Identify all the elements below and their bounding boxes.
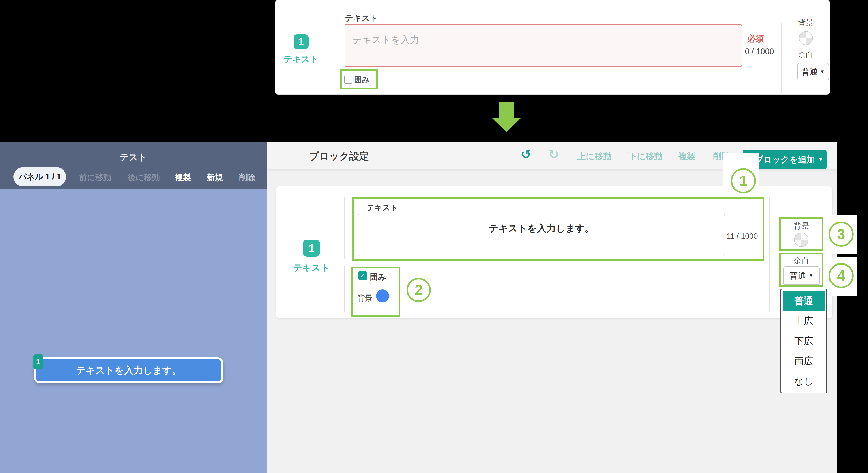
top-block-panel: 1 テキスト テキスト テキストを入力 必須 0 / 1000 背景 余白 普通…	[275, 0, 830, 94]
divider	[344, 198, 345, 259]
toolbar-move-down[interactable]: 下に移動	[623, 151, 668, 162]
highlight-box-side-background: 背景	[779, 217, 824, 251]
block-card: 1 テキスト テキスト テキストを入力します。 11 / 1000 ✓ 囲み 背…	[276, 186, 833, 319]
field-label: テキスト	[345, 13, 378, 24]
background-color-swatch[interactable]	[376, 290, 389, 302]
margin-label: 余白	[781, 256, 822, 266]
screenshot-stage: 1 テキスト テキスト テキストを入力 必須 0 / 1000 背景 余白 普通…	[0, 0, 868, 473]
divider	[344, 266, 345, 312]
divider	[781, 23, 782, 93]
preview-block[interactable]: テキストを入力します。	[34, 357, 223, 383]
kakomi-checkbox[interactable]	[344, 76, 352, 84]
sidebar-action-move-back[interactable]: 後に移動	[125, 172, 163, 183]
dropdown-option-shitahiro[interactable]: 下広	[783, 331, 825, 351]
text-input-placeholder: テキストを入力	[352, 34, 419, 46]
background-label: 背景	[781, 221, 822, 231]
divider	[331, 23, 331, 93]
text-input-value: テキストを入力します。	[358, 222, 725, 235]
margin-label: 余白	[790, 50, 822, 60]
highlight-box-text-field: テキスト テキストを入力します。 11 / 1000	[352, 197, 764, 261]
dropdown-option-futsuu[interactable]: 普通	[783, 291, 825, 311]
annotation-2-circle: 2	[407, 278, 431, 302]
preview-block-text: テキストを入力します。	[76, 364, 181, 377]
sidebar-title: テスト	[0, 151, 267, 164]
text-input[interactable]: テキストを入力	[345, 24, 742, 67]
block-type-label: テキスト	[289, 262, 334, 274]
sidebar-action-delete[interactable]: 削除	[236, 172, 258, 183]
field-label: テキスト	[367, 203, 398, 213]
annotation-1-circle: 1	[731, 168, 756, 194]
editor-header-title: ブロック設定	[309, 150, 369, 163]
sidebar-action-move-front[interactable]: 前に移動	[76, 172, 114, 183]
sidebar-action-duplicate[interactable]: 複製	[172, 172, 194, 183]
kakomi-checkbox-checked[interactable]: ✓	[358, 271, 367, 280]
highlight-box-side-margin: 余白 普通 ▼	[779, 253, 824, 287]
undo-icon[interactable]: ↺	[521, 147, 531, 161]
background-swatch-icon[interactable]	[794, 233, 808, 247]
margin-select[interactable]: 普通 ▼	[797, 63, 829, 81]
sidebar-canvas	[0, 189, 267, 473]
annotation-4-circle: 4	[829, 263, 854, 288]
kakomi-label: 囲み	[370, 272, 386, 283]
sidebar-header: テスト パネル 1 / 1 前に移動 後に移動 複製 新規 削除	[0, 142, 267, 189]
dropdown-option-uehiro[interactable]: 上広	[783, 311, 825, 331]
dropdown-option-ryouhiro[interactable]: 両広	[783, 351, 825, 371]
chevron-down-icon: ▼	[809, 273, 814, 278]
block-index-badge: 1	[293, 34, 309, 49]
redo-icon[interactable]: ↻	[549, 147, 559, 161]
required-badge: 必須	[747, 33, 764, 45]
char-counter: 0 / 1000	[745, 47, 774, 56]
preview-block-body: テキストを入力します。	[36, 359, 221, 381]
margin-dropdown-menu: 普通 上広 下広 両広 なし	[780, 289, 827, 393]
panel-counter-pill[interactable]: パネル 1 / 1	[13, 167, 66, 186]
margin-select[interactable]: 普通 ▼	[783, 266, 820, 285]
sidebar-action-new[interactable]: 新規	[204, 172, 226, 183]
highlight-box-kakomi-bg: ✓ 囲み 背景	[351, 267, 400, 317]
background-label: 背景	[357, 293, 373, 303]
background-label: 背景	[790, 18, 822, 28]
text-input[interactable]: テキストを入力します。	[358, 213, 725, 256]
dropdown-option-nashi[interactable]: なし	[783, 371, 825, 391]
chevron-down-icon: ▼	[818, 157, 823, 162]
margin-select-value: 普通	[802, 66, 818, 77]
highlight-box-kakomi: 囲み	[340, 69, 378, 89]
chevron-down-icon: ▼	[820, 69, 825, 75]
margin-select-value: 普通	[789, 270, 806, 282]
divider	[769, 198, 770, 312]
block-index-badge: 1	[303, 239, 320, 257]
annotation-3-circle: 3	[829, 221, 854, 247]
block-type-label: テキスト	[275, 54, 327, 65]
check-icon: ✓	[360, 272, 365, 279]
preview-block-index-badge: 1	[33, 354, 43, 369]
kakomi-label: 囲み	[354, 75, 370, 85]
char-counter: 11 / 1000	[723, 232, 761, 240]
background-swatch-icon[interactable]	[799, 31, 813, 45]
toolbar-move-up[interactable]: 上に移動	[572, 151, 617, 162]
